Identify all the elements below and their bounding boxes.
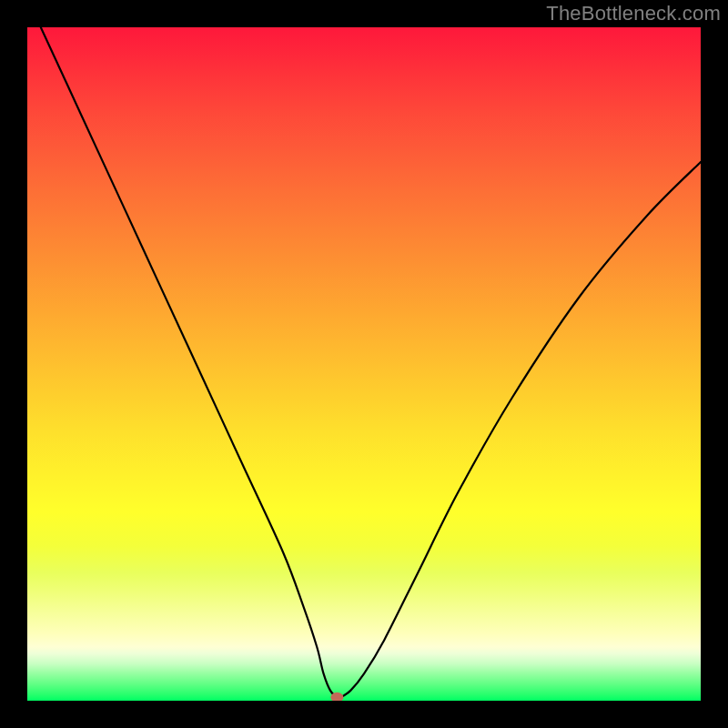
bottleneck-curve	[41, 27, 701, 698]
chart-frame: TheBottleneck.com	[0, 0, 728, 728]
curve-svg	[27, 27, 701, 701]
watermark-text: TheBottleneck.com	[546, 2, 721, 25]
plot-area	[27, 27, 701, 701]
